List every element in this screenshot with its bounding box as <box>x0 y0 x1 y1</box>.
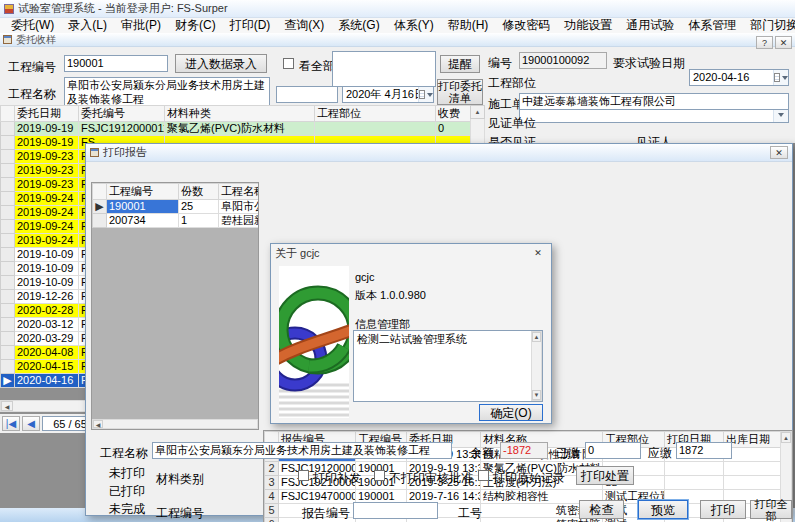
cell-n[interactable]: 2 <box>265 462 279 476</box>
cell-date[interactable]: 2019-09-24 <box>15 206 79 220</box>
cell-marker[interactable] <box>1 178 15 192</box>
column-header[interactable] <box>93 184 107 200</box>
cell-print_date[interactable] <box>665 462 724 476</box>
cell-marker[interactable] <box>1 122 15 136</box>
cell-name[interactable]: 碧桂园新城 十里 <box>219 214 259 228</box>
cell-no[interactable]: 200734 <box>107 214 179 228</box>
about-description[interactable]: 检测二站试验管理系统 <box>353 330 543 402</box>
cell-copies[interactable]: 25 <box>179 200 219 214</box>
table-row[interactable]: ▶19000125阜阳市公安局颍东分局业务技术用房土建及装饰装修工程 <box>93 200 259 214</box>
column-header[interactable] <box>1 106 15 122</box>
print-projects-hscrollbar[interactable] <box>92 419 258 429</box>
cell-out_date[interactable] <box>724 476 781 490</box>
cell-marker[interactable] <box>1 248 15 262</box>
project-no-input[interactable]: 190001 <box>64 55 168 72</box>
about-ok-button[interactable]: 确定(O) <box>479 404 543 421</box>
cell-date[interactable]: 2019-12-26 <box>15 290 79 304</box>
cell-n[interactable]: 3 <box>265 476 279 490</box>
scroll-left-icon[interactable]: ◀ <box>93 420 103 428</box>
cell-marker[interactable] <box>1 150 15 164</box>
cell-marker[interactable] <box>1 346 15 360</box>
cell-marker[interactable] <box>1 136 15 150</box>
reminder-listbox[interactable] <box>332 51 436 87</box>
cell-n[interactable]: 4 <box>265 490 279 504</box>
cell-fee[interactable]: 0 <box>436 122 471 136</box>
date-picker[interactable]: 2020年 4月16日 <box>342 86 434 103</box>
cell-marker[interactable] <box>1 318 15 332</box>
cell-out_date[interactable] <box>724 462 781 476</box>
raw-record-checkbox-label[interactable]: 打印原始记录 <box>493 470 565 487</box>
cell-marker[interactable] <box>1 164 15 178</box>
cell-marker[interactable] <box>1 290 15 304</box>
scroll-up-icon[interactable]: ▲ <box>470 105 485 119</box>
menu-item[interactable]: 财务(C) <box>168 17 223 34</box>
radio-unfinished-label[interactable]: 未完成 <box>109 501 145 518</box>
cell-date[interactable]: 2019-09-19 <box>15 122 79 136</box>
radio-not-printed-label[interactable]: 未打印 <box>109 465 145 482</box>
project-name-input[interactable]: 阜阳市公安局颍东分局业务技术用房土建及装饰装修工程 <box>64 77 270 107</box>
check-button[interactable]: 检查 <box>579 500 624 519</box>
cell-date[interactable]: 2020-04-16 <box>15 374 79 388</box>
cell-marker[interactable] <box>1 262 15 276</box>
print-commission-list-button[interactable]: 打印委托清单 <box>437 79 483 105</box>
cell-date[interactable]: 2019-09-23 <box>15 150 79 164</box>
print-all-button[interactable]: 打印全部 <box>750 500 792 519</box>
cell-n[interactable]: 6 <box>265 518 279 522</box>
menu-item[interactable]: 部门切换 <box>743 17 795 34</box>
cell-date[interactable]: 2019-09-19 <box>15 136 79 150</box>
enter-data-entry-button[interactable]: 进入数据录入 <box>175 54 267 73</box>
pager-first-button[interactable]: |◀ <box>2 416 20 431</box>
cell-marker[interactable] <box>1 192 15 206</box>
number-input[interactable]: 19000100092 <box>519 52 607 69</box>
report-no-input[interactable] <box>353 502 438 519</box>
column-header[interactable]: 委托编号 <box>79 106 165 122</box>
filter-input[interactable] <box>276 86 338 103</box>
menu-item[interactable]: 帮助(H) <box>441 17 496 34</box>
menu-item[interactable]: 查询(X) <box>277 17 331 34</box>
no-approve-checkbox[interactable] <box>374 470 385 481</box>
cell-date[interactable]: 2019-10-09 <box>15 276 79 290</box>
scroll-up-icon[interactable]: ▲ <box>781 432 791 443</box>
table-row[interactable]: 2007341碧桂园新城 十里 <box>93 214 259 228</box>
no-approve-checkbox-label[interactable]: 不打印审核批准 <box>389 470 473 487</box>
reissue-checkbox-label[interactable]: 打印补发 <box>313 470 361 487</box>
menu-item[interactable]: 体系(Y) <box>387 17 441 34</box>
menu-item[interactable]: 打印(D) <box>223 17 278 34</box>
column-header[interactable]: 工程部位 <box>315 106 436 122</box>
radio-printed-label[interactable]: 已打印 <box>109 483 145 500</box>
required-test-date-picker[interactable]: 2020-04-16 <box>689 69 789 86</box>
cell-part[interactable] <box>315 122 436 136</box>
preview-button[interactable]: 预览 <box>638 500 688 519</box>
cell-marker[interactable] <box>1 332 15 346</box>
calendar-dropdown-icon[interactable] <box>418 87 433 102</box>
panel-close-button[interactable]: ✕ <box>775 36 792 49</box>
cell-out_date[interactable] <box>724 448 781 462</box>
cell-material[interactable]: 聚氯乙烯(PVC)防水材料 <box>165 122 315 136</box>
cell-date[interactable]: 2019-09-24 <box>15 234 79 248</box>
cell-n[interactable]: 5 <box>265 504 279 518</box>
dlg-project-name-input[interactable]: 阜阳市公安局颍东分局业务技术用房土建及装饰装修工程 <box>152 442 452 459</box>
calendar-dropdown-icon[interactable] <box>773 70 788 85</box>
print-setting-button[interactable]: 打印处置 <box>576 466 634 485</box>
menu-item[interactable]: 体系管理 <box>681 17 743 34</box>
cell-report_no[interactable]: FSJC1947000004 <box>279 490 356 504</box>
column-header[interactable]: 委托日期 <box>15 106 79 122</box>
cell-no[interactable]: FSJC1912000011 <box>79 122 165 136</box>
cell-date[interactable]: 2020-04-15 <box>15 360 79 374</box>
reissue-checkbox[interactable] <box>298 470 309 481</box>
menu-item[interactable]: 委托(W) <box>4 17 61 34</box>
cell-marker[interactable] <box>1 276 15 290</box>
column-header[interactable]: 出库日期 <box>724 432 781 448</box>
cell-marker[interactable] <box>1 220 15 234</box>
cell-date[interactable]: 2019-09-23 <box>15 178 79 192</box>
cell-marker[interactable]: ▶ <box>1 374 15 388</box>
print-dialog-close-button[interactable]: ✕ <box>770 146 788 159</box>
paid-value[interactable]: 0 <box>585 442 641 459</box>
cell-date[interactable]: 2020-02-28 <box>15 304 79 318</box>
menu-item[interactable]: 审批(P) <box>114 17 168 34</box>
cell-no[interactable]: 190001 <box>107 200 179 214</box>
column-header[interactable]: 工程名称 <box>219 184 259 200</box>
cell-date[interactable]: 2019-10-09 <box>15 248 79 262</box>
cell-marker[interactable] <box>1 206 15 220</box>
builder-input[interactable]: 中建远泰幕墙装饰工程有限公司 <box>519 93 789 110</box>
